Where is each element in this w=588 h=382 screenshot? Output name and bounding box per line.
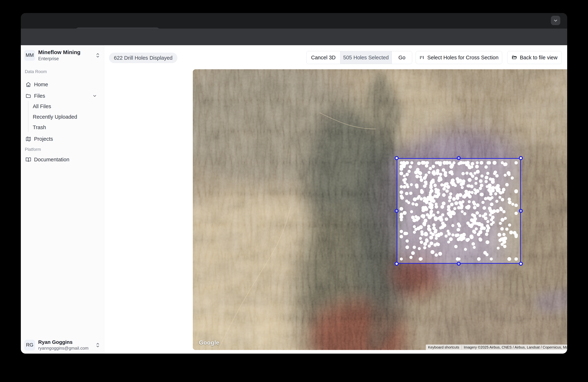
- folder-open-icon: [512, 55, 517, 60]
- chevrons-up-down-icon: [95, 342, 101, 348]
- map-attribution-bar: Keyboard shortcuts Imagery ©2025 Airbus,…: [426, 344, 567, 350]
- sidebar-item-trash[interactable]: Trash: [21, 122, 116, 133]
- selection-edge-handle[interactable]: [519, 209, 523, 213]
- map-icon: [25, 136, 31, 142]
- user-menu[interactable]: RG Ryan Goggins ryanngoggins@gmail.com: [24, 339, 101, 351]
- sidebar-item-label: Recently Uploaded: [33, 114, 77, 120]
- selection-corner-handle[interactable]: [395, 262, 399, 266]
- sidebar-item-label: All Files: [33, 103, 51, 109]
- browser-toolbar: mineflow.ai/map/a3e292a1-68af-4b2c-91fc-…: [21, 29, 567, 45]
- tab-search-button[interactable]: [551, 16, 560, 25]
- sidebar-item-label: Home: [34, 82, 48, 88]
- sidebar-item-all-files[interactable]: All Files: [21, 101, 116, 112]
- sidebar-item-label: Documentation: [34, 157, 69, 163]
- chevron-down-icon: [553, 18, 558, 23]
- cross-section-label: Select Holes for Cross Section: [427, 55, 498, 61]
- cross-section-icon: [419, 55, 424, 60]
- chevrons-up-down-icon: [95, 53, 101, 58]
- selection-segmented-control: Cancel 3D 505 Holes Selected Go: [306, 51, 412, 64]
- selection-edge-handle[interactable]: [457, 262, 461, 266]
- chevron-down-icon[interactable]: [92, 93, 97, 98]
- org-plan: Enterprise: [38, 56, 95, 61]
- keyboard-shortcuts-link[interactable]: Keyboard shortcuts: [426, 345, 461, 349]
- sidebar-item-documentation[interactable]: Documentation: [21, 154, 104, 165]
- selection-corner-handle[interactable]: [519, 156, 523, 160]
- user-email: ryanngoggins@gmail.com: [38, 346, 95, 351]
- sidebar-item-files[interactable]: Files: [21, 91, 104, 101]
- selection-corner-handle[interactable]: [519, 262, 523, 266]
- app-content: MM Mineflow Mining Enterprise Data Room …: [21, 45, 567, 354]
- section-label-platform: Platform: [25, 147, 41, 152]
- home-icon: [25, 82, 31, 87]
- sidebar: MM Mineflow Mining Enterprise Data Room …: [21, 45, 104, 354]
- user-avatar: RG: [24, 340, 35, 350]
- selection-edge-handle[interactable]: [457, 156, 461, 160]
- book-open-icon: [25, 157, 31, 162]
- back-to-file-view-button[interactable]: Back to file view: [507, 51, 562, 64]
- holes-displayed-badge: 622 Drill Holes Displayed: [109, 53, 177, 63]
- folder-icon: [25, 93, 31, 99]
- google-logo[interactable]: Google: [199, 340, 219, 346]
- tab-strip: Mineflow × +: [21, 13, 567, 29]
- sidebar-item-recently-uploaded[interactable]: Recently Uploaded: [21, 112, 116, 122]
- sidebar-item-label: Projects: [34, 136, 53, 142]
- org-switcher[interactable]: MM Mineflow Mining Enterprise: [24, 49, 101, 61]
- sidebar-item-home[interactable]: Home: [21, 79, 104, 90]
- satellite-map[interactable]: Google Keyboard shortcuts Imagery ©2025 …: [193, 69, 567, 350]
- back-to-file-view-label: Back to file view: [520, 55, 558, 61]
- imagery-attribution: Imagery ©2025 Airbus, CNES / Airbus, Lan…: [462, 345, 567, 349]
- selection-rectangle[interactable]: [397, 158, 521, 264]
- sidebar-item-label: Trash: [33, 124, 46, 130]
- cancel-3d-button[interactable]: Cancel 3D: [307, 51, 340, 64]
- selection-corner-handle[interactable]: [395, 156, 399, 160]
- section-label-data-room: Data Room: [25, 69, 47, 74]
- org-name: Mineflow Mining: [38, 49, 95, 55]
- holes-selected-status: 505 Holes Selected: [340, 51, 392, 64]
- sidebar-item-label: Files: [34, 93, 87, 99]
- cross-section-button[interactable]: Select Holes for Cross Section: [416, 51, 502, 64]
- browser-window: Mineflow × + mineflow.ai/map/a3e292a1-68…: [21, 13, 567, 354]
- sidebar-item-projects[interactable]: Projects: [21, 134, 104, 144]
- main-panel: 622 Drill Holes Displayed Cancel 3D 505 …: [104, 45, 567, 354]
- selection-edge-handle[interactable]: [395, 209, 399, 213]
- go-button[interactable]: Go: [392, 51, 412, 64]
- org-avatar: MM: [24, 50, 35, 61]
- user-name: Ryan Goggins: [38, 339, 95, 345]
